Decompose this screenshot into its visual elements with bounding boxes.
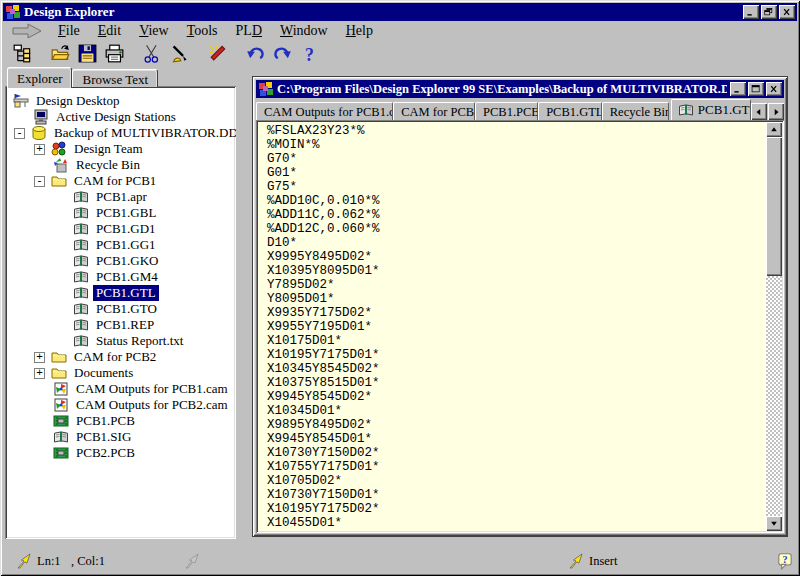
tree-item-pcb1-gtl[interactable]: PCB1.GTL (93, 285, 159, 301)
menu-window[interactable]: Window (271, 21, 337, 41)
gerber-text[interactable]: %FSLAX23Y23*%%MOIN*%G70*G01*G75*%ADD10C,… (258, 122, 765, 531)
tree-item-status-report-txt[interactable]: Status Report.txt (93, 333, 186, 349)
child-minimize-icon[interactable] (730, 82, 746, 96)
restore-icon[interactable] (761, 5, 777, 19)
vertical-scrollbar[interactable] (766, 122, 782, 531)
tree-item-pcb2-pcb[interactable]: PCB2.PCB (73, 445, 138, 461)
tree-item-design-team[interactable]: Design Team (71, 141, 146, 157)
tree-row: Design Desktop (5, 93, 236, 109)
tree-item-pcb1-gg1[interactable]: PCB1.GG1 (93, 237, 159, 253)
document-tab-strip: CAM Outputs for PCB1.camCAM for PCB1PCB1… (256, 99, 784, 120)
scroll-down-icon[interactable] (766, 516, 782, 531)
menu-view[interactable]: View (130, 21, 178, 41)
design-explorer-window: Design Explorer FileEditViewToolsPLDWind… (0, 0, 800, 576)
tree-item-pcb1-rep[interactable]: PCB1.REP (93, 317, 157, 333)
folder-icon (51, 365, 67, 381)
tree-item-backup-of-multivibrator-ddb[interactable]: Backup of MULTIVIBRATOR.DDB (51, 125, 236, 141)
code-line: %MOIN*% (267, 138, 765, 152)
tree-item-pcb1-gto[interactable]: PCB1.GTO (93, 301, 160, 317)
tree-item-cam-outputs-for-pcb2-cam[interactable]: CAM Outputs for PCB2.cam (73, 397, 231, 413)
child-maximize-icon[interactable] (748, 82, 764, 96)
document-tab-recycle-bin[interactable]: Recycle Bin (602, 102, 669, 120)
document-tab-pcb1-gtl-active[interactable]: PCB1.GTL (671, 99, 751, 120)
tree-item-cam-for-pcb1[interactable]: CAM for PCB1 (71, 173, 159, 189)
svg-text:?: ? (782, 554, 787, 565)
toolbar-pick-icon[interactable] (166, 42, 193, 65)
toolbar-save-icon[interactable] (74, 42, 101, 65)
toolbar-undo-icon[interactable] (242, 42, 269, 65)
document-tab-label: CAM for PCB1 (401, 105, 475, 119)
tree-item-recycle-bin[interactable]: Recycle Bin (73, 157, 143, 173)
code-line: X10730Y7150D01* (267, 488, 765, 502)
titlebar: Design Explorer (3, 3, 797, 21)
tree-item-active-design-stations[interactable]: Active Design Stations (53, 109, 179, 125)
menu-tools[interactable]: Tools (178, 21, 227, 41)
expander-expand-icon[interactable]: + (34, 368, 45, 379)
tree-item-pcb1-gbl[interactable]: PCB1.GBL (93, 205, 159, 221)
code-line: X9995Y8495D02* (267, 250, 765, 264)
child-close-icon[interactable] (766, 82, 782, 96)
status-insert: Insert (589, 554, 617, 569)
status-bar: Ln:1 , Col:1 Insert ? (3, 550, 797, 572)
tree-item-design-desktop[interactable]: Design Desktop (33, 93, 122, 109)
scrollbar-thumb[interactable] (766, 137, 782, 276)
scroll-up-icon[interactable] (766, 122, 782, 137)
tree-item-pcb1-apr[interactable]: PCB1.apr (93, 189, 150, 205)
tree-item-pcb1-pcb[interactable]: PCB1.PCB (73, 413, 138, 429)
tree-item-cam-outputs-for-pcb1-cam[interactable]: CAM Outputs for PCB1.cam (73, 381, 231, 397)
tree-item-pcb1-gko[interactable]: PCB1.GKO (93, 253, 162, 269)
menu-edit[interactable]: Edit (89, 21, 130, 41)
cam-icon (53, 397, 69, 413)
menu-help[interactable]: Help (337, 21, 382, 41)
tree-row: PCB1.PCB (5, 413, 236, 429)
code-line: D10* (267, 236, 765, 250)
tree-row: -CAM for PCB1 (5, 173, 236, 189)
expander-collapse-icon[interactable]: - (14, 128, 25, 139)
document-tab-cam-outputs-for-pcb1-cam[interactable]: CAM Outputs for PCB1.cam (256, 102, 393, 120)
toolbar-open-icon[interactable] (47, 42, 74, 65)
menu-arrow-icon[interactable] (11, 23, 45, 39)
close-icon[interactable] (779, 5, 795, 19)
tab-scroll-right-icon[interactable] (768, 103, 784, 120)
tree-item-pcb1-gm4[interactable]: PCB1.GM4 (93, 269, 161, 285)
doc-icon (73, 189, 89, 205)
tree-item-documents[interactable]: Documents (71, 365, 136, 381)
document-tab-label: PCB1.GTL (698, 102, 751, 118)
document-tab-pcb1-pcb[interactable]: PCB1.PCB (475, 102, 538, 120)
toolbar-cut-icon[interactable] (139, 42, 166, 65)
menu-pld[interactable]: PLD (227, 21, 271, 41)
tree-item-pcb1-gd1[interactable]: PCB1.GD1 (93, 221, 159, 237)
toolbar-redo-icon[interactable] (269, 42, 296, 65)
status-arrow-gray-icon (185, 553, 201, 569)
expander-expand-icon[interactable]: + (34, 352, 45, 363)
code-line: X10395Y8095D01* (267, 264, 765, 278)
toolbar-explorer-toggle-icon[interactable] (9, 42, 36, 65)
status-help-icon[interactable]: ? (776, 552, 794, 570)
toolbar: ? (3, 41, 797, 66)
code-line: X10705D01* (267, 530, 765, 531)
code-line: %FSLAX23Y23*% (267, 124, 765, 138)
document-tab-label: CAM Outputs for PCB1.cam (264, 105, 393, 119)
explorer-tree: Design DesktopActive Design Stations-Bac… (5, 86, 236, 539)
tree-item-pcb1-sig[interactable]: PCB1.SIG (73, 429, 134, 445)
status-arrow-icon (17, 553, 33, 569)
document-tab-cam-for-pcb1[interactable]: CAM for PCB1 (393, 102, 475, 120)
svg-text:?: ? (305, 45, 314, 63)
tab-explorer[interactable]: Explorer (7, 67, 72, 88)
document-tab-pcb1-gtl[interactable]: PCB1.GTL (538, 102, 602, 120)
doc-icon (73, 333, 89, 349)
code-line: X9945Y8545D01* (267, 432, 765, 446)
minimize-icon[interactable] (743, 5, 759, 19)
desktop-icon (13, 93, 29, 109)
toolbar-help-icon[interactable]: ? (296, 42, 323, 65)
tab-browse-text[interactable]: Browse Text (72, 69, 158, 87)
tab-scroll-left-icon[interactable] (751, 103, 767, 120)
expander-collapse-icon[interactable]: - (34, 176, 45, 187)
tree-item-cam-for-pcb2[interactable]: CAM for PCB2 (71, 349, 159, 365)
tree-row: PCB1.GM4 (5, 269, 236, 285)
code-line: %ADD11C,0.062*% (267, 208, 765, 222)
toolbar-wizard-icon[interactable] (204, 42, 231, 65)
expander-expand-icon[interactable]: + (34, 144, 45, 155)
menu-file[interactable]: File (49, 21, 89, 41)
toolbar-print-icon[interactable] (101, 42, 128, 65)
